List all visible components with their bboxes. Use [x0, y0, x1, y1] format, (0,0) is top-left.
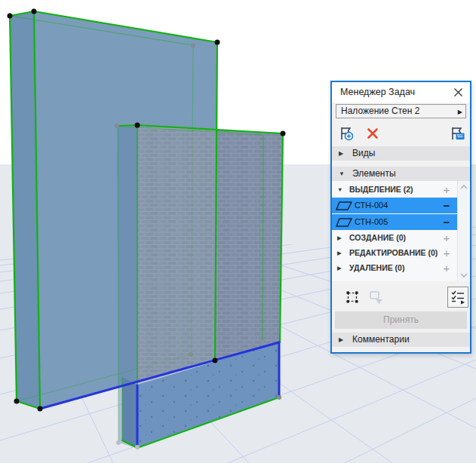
- section-views[interactable]: ▶ Виды: [332, 146, 470, 161]
- wall-sth-005[interactable]: [117, 125, 283, 448]
- panel-title: Менеджер Задач: [340, 87, 415, 97]
- list-item-sth-005[interactable]: СТН-005 −: [332, 214, 457, 230]
- remove-element-button[interactable]: −: [440, 198, 453, 213]
- chevron-right-icon[interactable]: ▶: [337, 262, 342, 274]
- task-selector[interactable]: Наложение Стен 2 ▶: [336, 104, 466, 118]
- group-label: СОЗДАНИЕ (0): [349, 232, 442, 244]
- task-manager-panel: Менеджер Задач Наложение Стен 2 ▶ ▶ Виды…: [330, 81, 471, 354]
- task-detail-toggle-button[interactable]: [447, 287, 468, 308]
- add-element-button[interactable]: +: [440, 247, 453, 259]
- group-label: ВЫДЕЛЕНИЕ (2): [349, 183, 442, 196]
- section-elements-label: Элементы: [352, 167, 396, 181]
- list-item-sth-004[interactable]: СТН-004 −: [332, 198, 457, 213]
- wall-icon: [335, 216, 353, 228]
- close-icon[interactable]: [453, 87, 464, 98]
- wall-sth-005-selection-tint: [215, 130, 283, 360]
- group-row-editing[interactable]: ▶ РЕДАКТИРОВАНИЕ (0) +: [332, 247, 457, 259]
- item-label: СТН-005: [355, 214, 388, 230]
- section-comments[interactable]: ▶ Комментарии: [332, 333, 470, 347]
- elements-list: ▼ ВЫДЕЛЕНИЕ (2) + СТН-004 − СТН-005 − ▶ …: [332, 181, 470, 281]
- task-selector-value: Наложение Стен 2: [341, 105, 419, 118]
- chevron-right-icon[interactable]: ▶: [337, 232, 342, 244]
- list-scrollbar[interactable]: [457, 181, 470, 281]
- marquee-select-button[interactable]: [345, 290, 359, 304]
- section-views-label: Виды: [352, 146, 375, 161]
- accept-button[interactable]: Принять: [335, 311, 467, 329]
- group-row-selection[interactable]: ▼ ВЫДЕЛЕНИЕ (2) +: [332, 183, 457, 196]
- chevron-right-icon[interactable]: ▶: [337, 247, 342, 259]
- group-label: УДАЛЕНИЕ (0): [349, 262, 442, 274]
- add-element-button[interactable]: +: [440, 183, 453, 196]
- chevron-right-icon: ▶: [458, 106, 462, 118]
- chevron-right-icon: ▶: [339, 333, 343, 347]
- scroll-down-icon[interactable]: [459, 271, 468, 279]
- delete-task-button[interactable]: [367, 127, 379, 140]
- checklist-icon: [448, 287, 468, 307]
- chevron-down-icon: ▼: [339, 167, 345, 181]
- chevron-right-icon: ▶: [339, 146, 343, 161]
- group-row-deletion[interactable]: ▶ УДАЛЕНИЕ (0) +: [332, 262, 457, 274]
- group-row-creation[interactable]: ▶ СОЗДАНИЕ (0) +: [332, 232, 457, 244]
- scroll-up-icon[interactable]: [459, 183, 468, 191]
- add-element-button[interactable]: +: [440, 232, 453, 244]
- task-settings-button[interactable]: [450, 125, 466, 142]
- add-element-button[interactable]: +: [440, 262, 453, 274]
- section-comments-label: Комментарии: [352, 333, 410, 347]
- panel-title-bar[interactable]: Менеджер Задач: [332, 82, 470, 103]
- remove-element-button[interactable]: −: [440, 214, 453, 230]
- wall-overlap-box-end-face[interactable]: [122, 377, 137, 448]
- item-label: СТН-004: [355, 198, 388, 213]
- wall-sth-005-brick-face-behind-glass[interactable]: [137, 125, 216, 385]
- filter-selection-button-disabled: [369, 290, 384, 305]
- group-label: РЕДАКТИРОВАНИЕ (0): [349, 247, 442, 259]
- chevron-down-icon[interactable]: ▼: [337, 183, 342, 196]
- wall-icon: [335, 200, 353, 212]
- section-elements[interactable]: ▼ Элементы: [332, 167, 470, 181]
- add-task-button[interactable]: [339, 125, 355, 142]
